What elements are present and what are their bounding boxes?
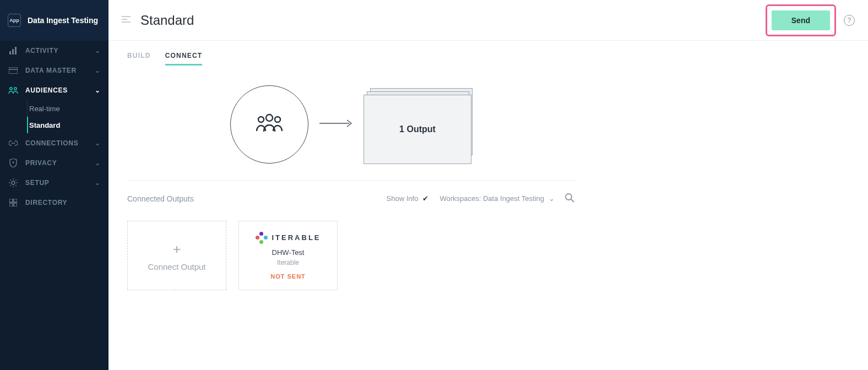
iterable-wordmark: ITERABLE	[272, 233, 321, 242]
sidebar-item-label: Data Master	[25, 67, 77, 74]
arrow-right-icon	[319, 119, 352, 129]
connection-diagram: 1 Output	[127, 80, 574, 181]
sidebar-item-connections[interactable]: Connections ⌄	[0, 133, 109, 153]
sidebar-item-activity[interactable]: Activity ⌄	[0, 41, 109, 61]
sidebar-header[interactable]: App Data Ingest Testing	[0, 0, 109, 41]
svg-rect-0	[9, 51, 11, 55]
sidebar-subitem-standard[interactable]: Standard	[1, 117, 109, 133]
plus-icon: ＋	[170, 240, 183, 258]
svg-point-16	[258, 117, 264, 122]
workspace-name: Data Ingest Testing	[28, 16, 98, 25]
sidebar-item-label: Standard	[29, 121, 60, 129]
content-area: BUILD CONNECT	[109, 41, 593, 301]
tabs: BUILD CONNECT	[127, 52, 574, 66]
audience-circle[interactable]	[230, 85, 308, 164]
output-cards: ＋ Connect Output ITERABLE DHW-Test Itera…	[127, 221, 574, 290]
chevron-down-icon: ⌄	[95, 47, 101, 55]
check-icon: ✔	[422, 194, 428, 203]
sidebar-item-label: Directory	[25, 199, 67, 206]
svg-rect-12	[14, 203, 17, 206]
sidebar-item-label: Connections	[25, 139, 78, 147]
output-stack[interactable]: 1 Output	[364, 88, 471, 161]
bars-icon	[8, 47, 19, 55]
svg-point-17	[266, 115, 273, 121]
send-button[interactable]: Send	[772, 10, 830, 30]
help-icon[interactable]: ?	[844, 15, 855, 26]
sidebar-item-audiences[interactable]: Audiences ⌄	[0, 80, 109, 100]
collapse-sidebar-icon[interactable]	[122, 15, 131, 25]
tab-connect[interactable]: CONNECT	[165, 52, 203, 66]
sidebar-item-label: Real-time	[29, 105, 60, 113]
svg-rect-11	[9, 203, 13, 206]
chevron-down-icon: ⌄	[95, 86, 101, 94]
send-highlight: Send	[766, 4, 836, 36]
iterable-logo: ITERABLE	[256, 232, 321, 244]
svg-point-8	[12, 181, 15, 184]
svg-point-20	[566, 194, 572, 200]
tab-build[interactable]: BUILD	[127, 52, 151, 66]
chevron-down-icon: ⌄	[95, 67, 101, 74]
people-icon	[8, 87, 19, 94]
people-icon	[254, 113, 284, 135]
chevron-down-icon: ⌄	[95, 159, 101, 167]
gear-icon	[8, 178, 19, 187]
panel-icon	[8, 67, 19, 74]
sidebar-subitem-realtime[interactable]: Real-time	[1, 100, 109, 117]
output-card-iterable[interactable]: ITERABLE DHW-Test Iterable NOT SENT	[238, 221, 338, 290]
connect-output-button[interactable]: ＋ Connect Output	[127, 221, 226, 290]
sidebar: App Data Ingest Testing Activity ⌄ Data …	[0, 0, 109, 370]
svg-point-18	[275, 117, 280, 122]
sidebar-item-privacy[interactable]: Privacy ⌄	[0, 153, 109, 173]
svg-point-5	[10, 88, 12, 90]
sidebar-item-label: Activity	[25, 47, 58, 55]
svg-point-6	[14, 88, 17, 90]
workspace-dropdown[interactable]: Workspaces: Data Ingest Testing ⌄	[440, 194, 555, 203]
topbar: Standard Send ?	[109, 0, 868, 41]
workspace-dropdown-label: Workspaces: Data Ingest Testing	[440, 194, 544, 203]
search-icon[interactable]	[565, 193, 574, 204]
sidebar-item-directory[interactable]: Directory	[0, 193, 109, 213]
app-badge-icon: App	[8, 14, 21, 27]
show-info-toggle[interactable]: Show Info ✔	[387, 194, 429, 203]
output-card-subname: Iterable	[277, 259, 299, 266]
svg-point-7	[13, 162, 14, 164]
output-card-name: DHW-Test	[272, 248, 305, 257]
svg-rect-2	[15, 47, 17, 55]
svg-rect-10	[14, 199, 17, 202]
main: Standard Send ? BUILD CONNECT	[109, 0, 868, 370]
sidebar-item-label: Privacy	[25, 159, 57, 167]
show-info-label: Show Info	[387, 194, 419, 203]
svg-rect-1	[12, 49, 14, 55]
iterable-dots-icon	[256, 232, 268, 244]
output-card-status: NOT SENT	[270, 273, 306, 280]
chevron-down-icon: ⌄	[95, 179, 101, 187]
link-icon	[8, 140, 19, 146]
outputs-section-label: Connected Outputs	[127, 194, 194, 203]
page-title: Standard	[140, 13, 194, 28]
svg-rect-9	[9, 199, 13, 202]
shield-icon	[8, 159, 19, 167]
svg-rect-3	[9, 67, 18, 74]
chevron-down-icon: ⌄	[95, 139, 101, 147]
sidebar-item-label: Audiences	[25, 86, 68, 94]
svg-line-21	[571, 199, 574, 202]
sidebar-item-data-master[interactable]: Data Master ⌄	[0, 61, 109, 80]
grid-icon	[8, 199, 19, 206]
chevron-down-icon: ⌄	[549, 194, 555, 203]
connect-output-label: Connect Output	[148, 262, 205, 271]
sidebar-item-label: Setup	[25, 179, 50, 187]
outputs-toolbar: Connected Outputs Show Info ✔ Workspaces…	[127, 181, 574, 210]
sidebar-item-setup[interactable]: Setup ⌄	[0, 173, 109, 193]
output-count: 1 Output	[399, 124, 436, 134]
